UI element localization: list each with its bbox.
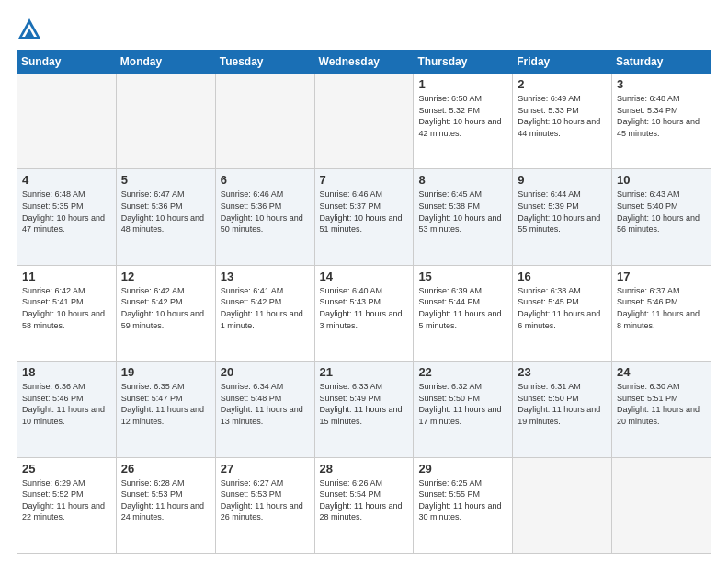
day-info: Sunrise: 6:49 AM Sunset: 5:33 PM Dayligh… [518,93,607,139]
calendar-cell: 13Sunrise: 6:41 AM Sunset: 5:42 PM Dayli… [215,265,314,361]
calendar-cell: 12Sunrise: 6:42 AM Sunset: 5:42 PM Dayli… [116,265,215,361]
calendar-table: SundayMondayTuesdayWednesdayThursdayFrid… [17,50,711,554]
day-info: Sunrise: 6:34 AM Sunset: 5:48 PM Dayligh… [221,381,310,427]
calendar-cell: 7Sunrise: 6:46 AM Sunset: 5:37 PM Daylig… [314,169,414,265]
day-info: Sunrise: 6:43 AM Sunset: 5:40 PM Dayligh… [617,189,706,235]
day-info: Sunrise: 6:32 AM Sunset: 5:50 PM Dayligh… [418,381,507,427]
day-number: 10 [617,173,706,187]
day-info: Sunrise: 6:29 AM Sunset: 5:52 PM Dayligh… [22,477,111,523]
calendar-cell: 10Sunrise: 6:43 AM Sunset: 5:40 PM Dayli… [612,169,711,265]
weekday-header-sunday: Sunday [17,51,117,74]
day-info: Sunrise: 6:44 AM Sunset: 5:39 PM Dayligh… [518,189,607,235]
calendar-week-row: 1Sunrise: 6:50 AM Sunset: 5:32 PM Daylig… [17,74,711,169]
day-info: Sunrise: 6:35 AM Sunset: 5:47 PM Dayligh… [121,381,210,427]
day-number: 26 [121,462,210,476]
calendar-cell: 5Sunrise: 6:47 AM Sunset: 5:36 PM Daylig… [116,169,215,265]
calendar-cell: 14Sunrise: 6:40 AM Sunset: 5:43 PM Dayli… [314,265,414,361]
calendar-cell [17,74,117,169]
calendar-cell: 8Sunrise: 6:45 AM Sunset: 5:38 PM Daylig… [414,169,513,265]
day-info: Sunrise: 6:40 AM Sunset: 5:43 PM Dayligh… [320,285,409,331]
day-number: 17 [617,270,706,283]
day-info: Sunrise: 6:36 AM Sunset: 5:46 PM Dayligh… [22,381,111,427]
day-number: 15 [418,270,507,283]
day-number: 22 [418,365,507,379]
day-info: Sunrise: 6:27 AM Sunset: 5:53 PM Dayligh… [221,477,310,523]
calendar-cell [513,457,612,553]
day-number: 23 [518,365,607,379]
day-number: 18 [22,365,111,379]
weekday-header-saturday: Saturday [612,51,711,74]
day-info: Sunrise: 6:31 AM Sunset: 5:50 PM Dayligh… [518,381,607,427]
day-info: Sunrise: 6:41 AM Sunset: 5:42 PM Dayligh… [221,285,310,331]
calendar-cell: 23Sunrise: 6:31 AM Sunset: 5:50 PM Dayli… [513,362,612,457]
day-number: 21 [320,365,409,379]
day-info: Sunrise: 6:37 AM Sunset: 5:46 PM Dayligh… [617,285,706,331]
day-info: Sunrise: 6:42 AM Sunset: 5:41 PM Dayligh… [22,285,111,331]
day-number: 2 [518,77,607,91]
calendar-cell: 22Sunrise: 6:32 AM Sunset: 5:50 PM Dayli… [414,362,513,457]
day-number: 6 [221,173,310,187]
weekday-header-wednesday: Wednesday [314,51,414,74]
day-number: 11 [22,270,111,283]
day-number: 7 [320,173,409,187]
weekday-header-row: SundayMondayTuesdayWednesdayThursdayFrid… [17,51,711,74]
calendar-cell: 9Sunrise: 6:44 AM Sunset: 5:39 PM Daylig… [513,169,612,265]
calendar-cell: 20Sunrise: 6:34 AM Sunset: 5:48 PM Dayli… [215,362,314,457]
logo [17,17,46,42]
calendar-cell [612,457,711,553]
day-number: 9 [518,173,607,187]
day-info: Sunrise: 6:28 AM Sunset: 5:53 PM Dayligh… [121,477,210,523]
calendar-cell: 2Sunrise: 6:49 AM Sunset: 5:33 PM Daylig… [513,74,612,169]
calendar-cell: 19Sunrise: 6:35 AM Sunset: 5:47 PM Dayli… [116,362,215,457]
calendar-cell [314,74,414,169]
calendar-cell: 28Sunrise: 6:26 AM Sunset: 5:54 PM Dayli… [314,457,414,553]
day-info: Sunrise: 6:46 AM Sunset: 5:37 PM Dayligh… [320,189,409,235]
calendar-cell: 4Sunrise: 6:48 AM Sunset: 5:35 PM Daylig… [17,169,117,265]
calendar-cell: 16Sunrise: 6:38 AM Sunset: 5:45 PM Dayli… [513,265,612,361]
calendar-cell: 18Sunrise: 6:36 AM Sunset: 5:46 PM Dayli… [17,362,117,457]
calendar-cell: 27Sunrise: 6:27 AM Sunset: 5:53 PM Dayli… [215,457,314,553]
weekday-header-monday: Monday [116,51,215,74]
calendar-cell: 29Sunrise: 6:25 AM Sunset: 5:55 PM Dayli… [414,457,513,553]
logo-icon [17,17,42,42]
day-number: 1 [418,77,507,91]
day-number: 13 [221,270,310,283]
day-number: 28 [320,462,409,476]
calendar-cell [116,74,215,169]
calendar-cell: 1Sunrise: 6:50 AM Sunset: 5:32 PM Daylig… [414,74,513,169]
calendar-week-row: 11Sunrise: 6:42 AM Sunset: 5:41 PM Dayli… [17,265,711,361]
day-info: Sunrise: 6:48 AM Sunset: 5:35 PM Dayligh… [22,189,111,235]
calendar-cell: 11Sunrise: 6:42 AM Sunset: 5:41 PM Dayli… [17,265,117,361]
day-number: 27 [221,462,310,476]
calendar-week-row: 25Sunrise: 6:29 AM Sunset: 5:52 PM Dayli… [17,457,711,553]
day-info: Sunrise: 6:25 AM Sunset: 5:55 PM Dayligh… [418,477,507,523]
day-number: 5 [121,173,210,187]
day-info: Sunrise: 6:33 AM Sunset: 5:49 PM Dayligh… [320,381,409,427]
day-number: 24 [617,365,706,379]
day-info: Sunrise: 6:39 AM Sunset: 5:44 PM Dayligh… [418,285,507,331]
day-info: Sunrise: 6:47 AM Sunset: 5:36 PM Dayligh… [121,189,210,235]
day-number: 25 [22,462,111,476]
day-info: Sunrise: 6:46 AM Sunset: 5:36 PM Dayligh… [221,189,310,235]
page: SundayMondayTuesdayWednesdayThursdayFrid… [0,0,728,563]
calendar-cell: 17Sunrise: 6:37 AM Sunset: 5:46 PM Dayli… [612,265,711,361]
calendar-week-row: 4Sunrise: 6:48 AM Sunset: 5:35 PM Daylig… [17,169,711,265]
day-number: 12 [121,270,210,283]
day-number: 3 [617,77,706,91]
header [17,17,711,42]
calendar-cell: 26Sunrise: 6:28 AM Sunset: 5:53 PM Dayli… [116,457,215,553]
day-info: Sunrise: 6:26 AM Sunset: 5:54 PM Dayligh… [320,477,409,523]
day-number: 20 [221,365,310,379]
day-info: Sunrise: 6:50 AM Sunset: 5:32 PM Dayligh… [418,93,507,139]
day-info: Sunrise: 6:30 AM Sunset: 5:51 PM Dayligh… [617,381,706,427]
day-number: 19 [121,365,210,379]
weekday-header-thursday: Thursday [414,51,513,74]
day-info: Sunrise: 6:42 AM Sunset: 5:42 PM Dayligh… [121,285,210,331]
calendar-cell: 3Sunrise: 6:48 AM Sunset: 5:34 PM Daylig… [612,74,711,169]
day-number: 8 [418,173,507,187]
calendar-cell: 15Sunrise: 6:39 AM Sunset: 5:44 PM Dayli… [414,265,513,361]
day-number: 29 [418,462,507,476]
weekday-header-friday: Friday [513,51,612,74]
day-info: Sunrise: 6:38 AM Sunset: 5:45 PM Dayligh… [518,285,607,331]
day-number: 14 [320,270,409,283]
